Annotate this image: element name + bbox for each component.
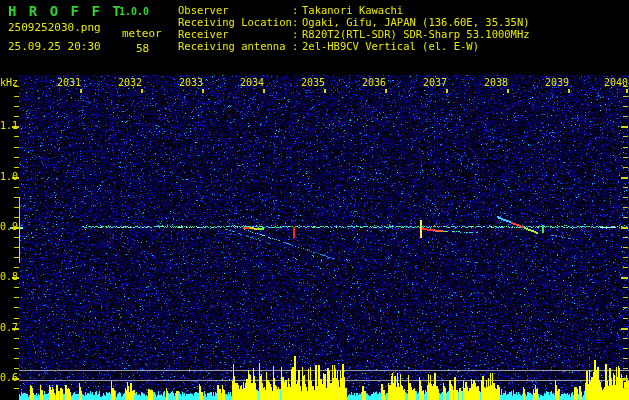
info-value: R820T2(RTL-SDR) SDR-Sharp 53.1000MHz	[302, 28, 530, 40]
time-tick-label: 2039	[543, 78, 569, 88]
info-label: Receiver	[178, 28, 292, 40]
info-label: Receiving Location	[178, 16, 292, 28]
freq-tick-label: 1.0	[0, 172, 13, 182]
app-title: H R O F F T	[8, 3, 123, 19]
freq-tick-label: 0.7	[0, 323, 13, 333]
info-separator: :	[292, 40, 302, 52]
station-info-row: Receiving antenna:2el-HB9CV Vertical (el…	[178, 40, 530, 52]
info-value: Takanori Kawachi	[302, 4, 403, 16]
station-info-row: Observer:Takanori Kawachi	[178, 4, 530, 16]
time-tick-label: 2035	[299, 78, 325, 88]
time-tick-label: 2034	[238, 78, 264, 88]
app-version: 1.0.0	[119, 6, 149, 17]
freq-axis-unit: kHz	[0, 77, 18, 88]
echo-count: 58	[136, 42, 149, 55]
freq-tick-label: 0.8	[0, 272, 13, 282]
time-tick-label: 2038	[482, 78, 508, 88]
time-tick-label: 2031	[55, 78, 81, 88]
spectrogram-canvas	[0, 0, 629, 400]
freq-tick-label: 0.9	[0, 222, 13, 232]
hrofft-window: H R O F F T 1.0.0 2509252030.png meteor …	[0, 0, 629, 400]
time-tick-label: 2036	[360, 78, 386, 88]
info-label: Observer	[178, 4, 292, 16]
freq-tick-label: 0.6	[0, 373, 13, 383]
observation-mode: meteor	[122, 27, 162, 40]
station-info-row: Receiving Location:Ogaki, Gifu, JAPAN (1…	[178, 16, 530, 28]
freq-tick-label: 1.1	[0, 121, 13, 131]
info-separator: :	[292, 16, 302, 28]
info-value: 2el-HB9CV Vertical (el. E-W)	[302, 40, 479, 52]
station-info-block: Observer:Takanori KawachiReceiving Locat…	[178, 4, 530, 52]
info-separator: :	[292, 28, 302, 40]
observation-datetime: 25.09.25 20:30	[8, 40, 101, 53]
time-tick-label: 2032	[116, 78, 142, 88]
station-info-row: Receiver:R820T2(RTL-SDR) SDR-Sharp 53.10…	[178, 28, 530, 40]
time-tick-label: 2033	[177, 78, 203, 88]
info-separator: :	[292, 4, 302, 16]
info-label: Receiving antenna	[178, 40, 292, 52]
time-tick-label: 2037	[421, 78, 447, 88]
output-filename: 2509252030.png	[8, 21, 101, 34]
time-tick-label: 2040	[602, 78, 628, 88]
info-value: Ogaki, Gifu, JAPAN (136.60E, 35.35N)	[302, 16, 530, 28]
